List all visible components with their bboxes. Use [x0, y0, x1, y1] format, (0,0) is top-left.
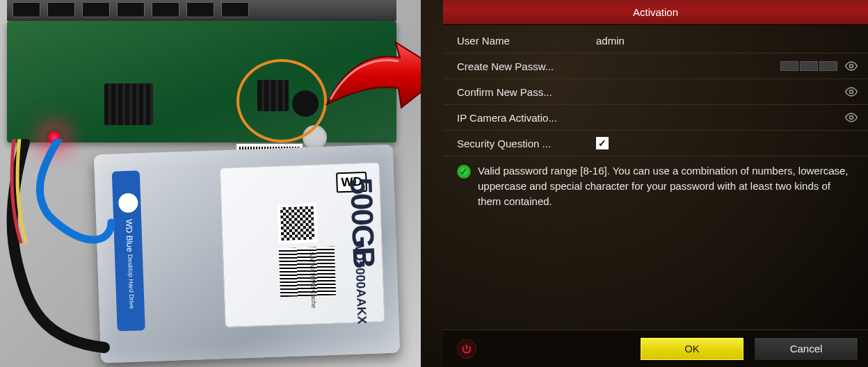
activation-screen: Activation User Name admin Create New Pa… [421, 0, 868, 367]
barcode [279, 247, 336, 297]
hdd-model: WD5000AAKX [351, 240, 369, 325]
row-confirm-password[interactable]: Confirm New Pass... [443, 79, 868, 105]
svg-point-0 [850, 65, 853, 68]
hdd-series-sub: Desktop Hard Drive [127, 254, 136, 309]
hardware-photo: WD Blue Desktop Hard Drive WD 500GB WD50… [0, 0, 421, 367]
eye-icon[interactable] [844, 111, 858, 124]
hdd-label-sticker: WD 500GB WD5000AAKX SATA / 16MB Cache [220, 162, 385, 327]
qr-code [278, 203, 318, 243]
svg-point-2 [850, 116, 853, 120]
row-security-question[interactable]: Security Question ... ✓ [443, 131, 868, 156]
eye-icon[interactable] [844, 85, 858, 99]
dialog-title: Activation [443, 0, 868, 25]
check-icon: ✓ [598, 138, 606, 149]
check-circle-icon: ✓ [457, 165, 471, 179]
row-username: User Name admin [443, 28, 868, 54]
ok-button[interactable]: OK [640, 337, 744, 361]
username-value: admin [596, 35, 858, 47]
hard-drive: WD Blue Desktop Hard Drive WD 500GB WD50… [94, 145, 400, 364]
password-strength-meter [780, 61, 837, 71]
eye-icon[interactable] [844, 59, 858, 73]
ipcam-label: IP Camera Activatio... [457, 112, 596, 124]
rear-io-ports [7, 0, 396, 21]
password-hint: ✓ Valid password range [8-16]. You can u… [443, 156, 868, 215]
security-question-label: Security Question ... [457, 138, 596, 149]
cancel-button[interactable]: Cancel [754, 337, 858, 361]
activation-form: User Name admin Create New Passw... Conf… [443, 25, 868, 215]
power-button[interactable] [457, 339, 476, 359]
row-create-password[interactable]: Create New Passw... [443, 54, 868, 79]
hdd-series-strip: WD Blue Desktop Hard Drive [112, 170, 145, 331]
password-hint-text: Valid password range [8-16]. You can use… [478, 163, 855, 209]
hdd-series-label: WD Blue [124, 219, 135, 252]
heatsink [104, 83, 153, 125]
dialog-footer: OK Cancel [443, 329, 868, 367]
power-led [45, 129, 63, 147]
security-question-checkbox[interactable]: ✓ [596, 137, 609, 149]
username-label: User Name [457, 35, 596, 47]
activation-dialog: Activation User Name admin Create New Pa… [443, 0, 868, 367]
confirm-password-label: Confirm New Pass... [457, 86, 596, 98]
svg-point-1 [850, 90, 853, 94]
row-ipcam-activation[interactable]: IP Camera Activatio... [443, 105, 868, 131]
annotation-circle [236, 59, 327, 142]
create-password-label: Create New Passw... [457, 60, 596, 72]
dvr-mainboard [7, 21, 396, 142]
